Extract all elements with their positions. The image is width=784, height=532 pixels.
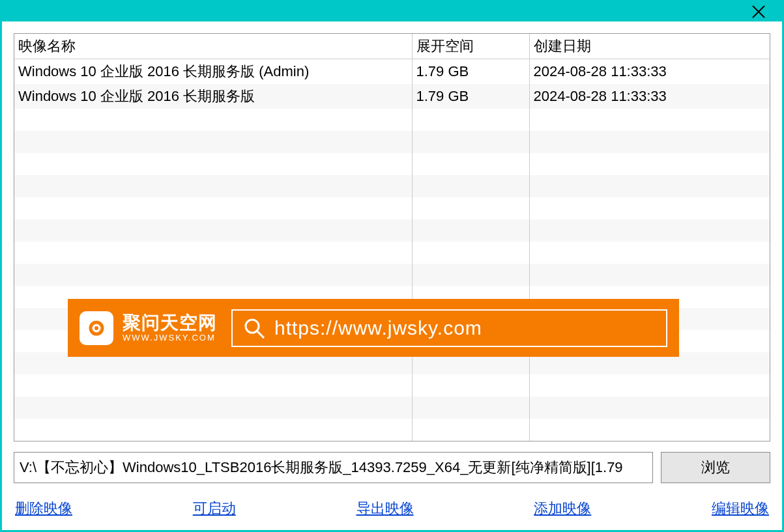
cell-name <box>14 264 412 286</box>
action-links: 删除映像 可启动 导出映像 添加映像 编辑映像 <box>14 499 770 518</box>
delete-image-link[interactable]: 删除映像 <box>15 499 72 518</box>
cell-date: 2024-08-28 11:33:33 <box>529 59 770 85</box>
banner-url: https://www.jwsky.com <box>274 317 482 339</box>
table-row <box>14 374 770 397</box>
cell-date: 2024-08-28 11:33:33 <box>529 84 770 109</box>
cell-date <box>529 153 770 175</box>
cell-date <box>529 242 770 264</box>
svg-point-3 <box>94 326 98 330</box>
image-table-container: 映像名称 展开空间 创建日期 Windows 10 企业版 2016 长期服务版… <box>14 33 770 441</box>
table-row <box>14 175 770 197</box>
table-row <box>14 109 770 131</box>
export-image-link[interactable]: 导出映像 <box>356 499 414 518</box>
cell-size: 1.79 GB <box>412 84 529 109</box>
image-table[interactable]: 映像名称 展开空间 创建日期 Windows 10 企业版 2016 长期服务版… <box>14 34 770 441</box>
table-row <box>14 131 770 153</box>
cell-name: Windows 10 企业版 2016 长期服务版 (Admin) <box>14 59 412 85</box>
table-row[interactable]: Windows 10 企业版 2016 长期服务版 (Admin)1.79 GB… <box>14 59 770 85</box>
browse-button[interactable]: 浏览 <box>661 452 770 483</box>
watermark-banner: 聚问天空网 WWW.JWSKY.COM https://www.jwsky.co… <box>68 299 679 357</box>
banner-site-sub: WWW.JWSKY.COM <box>123 333 217 343</box>
banner-site-name: 聚问天空网 <box>123 313 217 333</box>
cell-size <box>412 264 529 286</box>
table-row <box>14 219 770 242</box>
cell-name <box>14 374 412 397</box>
cell-size <box>412 374 529 397</box>
table-row <box>14 153 770 175</box>
cell-size <box>412 175 529 197</box>
cell-name <box>14 197 412 219</box>
window: 映像名称 展开空间 创建日期 Windows 10 企业版 2016 长期服务版… <box>0 0 784 532</box>
banner-logo-icon <box>80 311 113 345</box>
col-header-size[interactable]: 展开空间 <box>412 34 529 59</box>
cell-name <box>14 219 412 242</box>
titlebar <box>2 2 782 21</box>
cell-name <box>14 131 412 153</box>
add-image-link[interactable]: 添加映像 <box>534 499 591 518</box>
close-button[interactable] <box>749 3 768 21</box>
cell-name <box>14 109 412 131</box>
cell-name <box>14 175 412 197</box>
edit-image-link[interactable]: 编辑映像 <box>712 499 769 518</box>
cell-date <box>529 374 770 397</box>
cell-size <box>412 131 529 153</box>
close-icon <box>751 4 766 20</box>
table-row <box>14 264 770 286</box>
cell-size <box>412 397 529 419</box>
cell-size <box>412 109 529 131</box>
cell-size <box>412 419 529 441</box>
table-row <box>14 197 770 219</box>
cell-date <box>529 197 770 219</box>
path-input[interactable] <box>14 452 653 483</box>
content: 映像名称 展开空间 创建日期 Windows 10 企业版 2016 长期服务版… <box>2 21 782 530</box>
table-row <box>14 397 770 419</box>
cell-size <box>412 197 529 219</box>
cell-date <box>529 264 770 286</box>
search-icon <box>243 317 265 339</box>
cell-date <box>529 397 770 419</box>
cell-size: 1.79 GB <box>412 59 529 85</box>
svg-line-5 <box>257 331 264 338</box>
cell-name <box>14 419 412 441</box>
cell-name <box>14 242 412 264</box>
table-row <box>14 419 770 441</box>
cell-size <box>412 242 529 264</box>
bootable-link[interactable]: 可启动 <box>193 499 236 518</box>
cell-name <box>14 153 412 175</box>
path-row: 浏览 <box>14 452 770 483</box>
cell-name: Windows 10 企业版 2016 长期服务版 <box>14 84 412 109</box>
banner-url-box: https://www.jwsky.com <box>231 309 667 347</box>
banner-text: 聚问天空网 WWW.JWSKY.COM <box>123 313 217 343</box>
cell-name <box>14 397 412 419</box>
cell-date <box>529 419 770 441</box>
table-row[interactable]: Windows 10 企业版 2016 长期服务版1.79 GB2024-08-… <box>14 84 770 109</box>
cell-date <box>529 109 770 131</box>
cell-date <box>529 175 770 197</box>
table-row <box>14 242 770 264</box>
table-header-row: 映像名称 展开空间 创建日期 <box>14 34 770 59</box>
col-header-name[interactable]: 映像名称 <box>14 34 412 59</box>
cell-size <box>412 153 529 175</box>
cell-size <box>412 219 529 242</box>
cell-date <box>529 219 770 242</box>
svg-point-4 <box>246 320 259 333</box>
cell-date <box>529 131 770 153</box>
col-header-date[interactable]: 创建日期 <box>529 34 770 59</box>
